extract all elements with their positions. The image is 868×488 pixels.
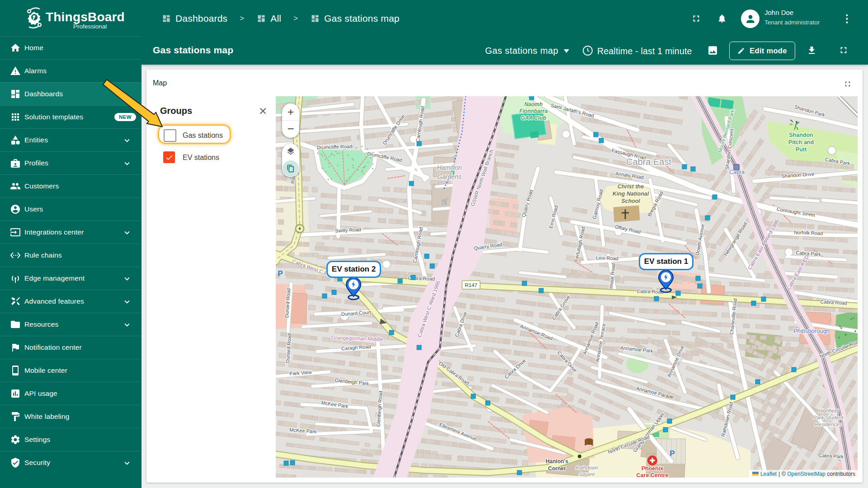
- svg-text:Naomh: Naomh: [524, 101, 543, 108]
- svg-text:Hamilton: Hamilton: [437, 164, 462, 171]
- svg-text:Shandon: Shandon: [789, 132, 813, 138]
- svg-text:King National: King National: [613, 191, 649, 197]
- svg-text:Rathdown: Rathdown: [576, 465, 598, 470]
- svg-text:Norfolk Road: Norfolk Road: [794, 230, 823, 236]
- svg-text:Corner: Corner: [548, 465, 566, 472]
- svg-text:P: P: [670, 449, 675, 458]
- svg-text:School: School: [621, 198, 640, 204]
- svg-text:GAA Club: GAA Club: [521, 115, 546, 121]
- svg-text:Phibsborough: Phibsborough: [793, 328, 830, 334]
- svg-text:Putt: Putt: [796, 146, 807, 153]
- svg-text:Hanlon's: Hanlon's: [546, 458, 569, 465]
- svg-text:Gardens: Gardens: [437, 173, 462, 180]
- svg-text:P: P: [278, 269, 283, 278]
- svg-text:Cabra East: Cabra East: [626, 157, 671, 167]
- svg-text:Fionnbarra: Fionnbarra: [519, 108, 548, 114]
- svg-text:Residences: Residences: [815, 422, 842, 427]
- svg-text:R147: R147: [465, 282, 477, 288]
- svg-text:Care Centre: Care Centre: [637, 472, 669, 478]
- svg-text:Pitch and: Pitch and: [788, 139, 814, 145]
- svg-text:Park Student: Park Student: [813, 415, 844, 420]
- svg-text:Square: Square: [579, 471, 594, 477]
- svg-text:Leix Road: Leix Road: [596, 255, 618, 261]
- svg-text:🛒: 🛒: [441, 197, 449, 205]
- svg-text:Highfield: Highfield: [818, 408, 839, 413]
- svg-text:Phoenix: Phoenix: [642, 465, 664, 472]
- svg-text:Christ the: Christ the: [618, 183, 644, 190]
